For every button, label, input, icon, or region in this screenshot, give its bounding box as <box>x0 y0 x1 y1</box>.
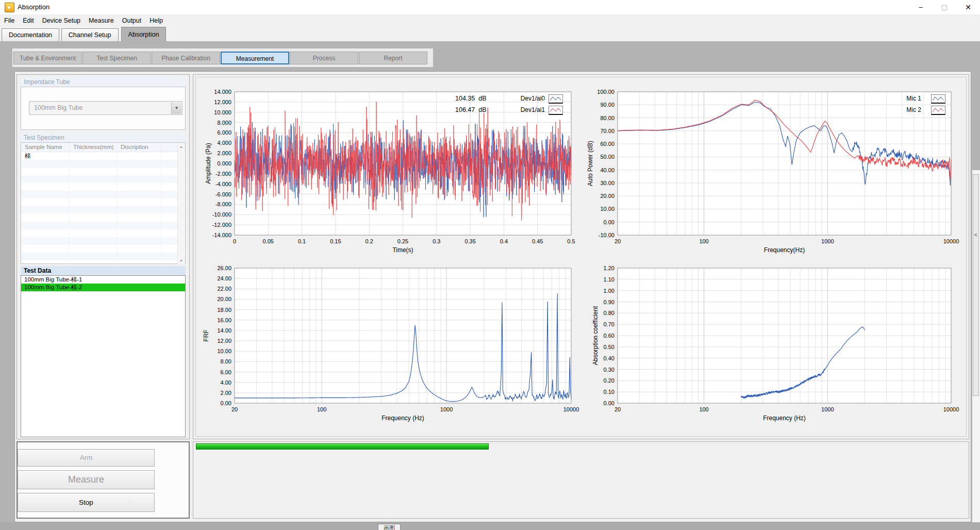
legend-plot-icon-mic2[interactable] <box>931 106 945 115</box>
column-header-sample-name: Sample Name <box>21 143 70 152</box>
svg-text:100.00: 100.00 <box>597 89 614 95</box>
table-row <box>21 229 185 237</box>
svg-text:0.35: 0.35 <box>464 238 475 244</box>
subtab-report[interactable]: Report <box>359 52 427 64</box>
svg-text:0.2: 0.2 <box>366 238 373 244</box>
table-row <box>21 222 185 229</box>
test-data-group-title: Test Data <box>21 266 186 275</box>
table-cell <box>117 183 161 191</box>
table-cell <box>70 229 117 237</box>
svg-text:0.15: 0.15 <box>330 238 341 244</box>
svg-text:0.20: 0.20 <box>604 377 614 384</box>
svg-text:1000: 1000 <box>821 238 834 244</box>
collapse-left-icon[interactable]: < <box>973 231 979 239</box>
table-cell <box>70 152 117 160</box>
maximize-button[interactable]: ▢ <box>933 0 956 14</box>
table-cell <box>117 160 161 168</box>
scroll-down-icon[interactable]: ▾ <box>178 258 184 263</box>
table-row <box>21 237 185 245</box>
svg-text:18.00: 18.00 <box>217 307 231 313</box>
table-cell <box>70 198 117 206</box>
svg-text:20: 20 <box>614 238 621 244</box>
svg-text:14.00: 14.00 <box>217 327 231 334</box>
minimize-button[interactable]: – <box>909 0 933 14</box>
arm-button[interactable]: Arm <box>18 449 155 467</box>
tab-documentation[interactable]: Documentation <box>2 28 59 41</box>
svg-text:FRF: FRF <box>203 329 210 341</box>
progress-bar <box>196 443 489 450</box>
specimen-table-scrollbar[interactable]: ▴ ▾ <box>177 143 185 264</box>
svg-text:1.10: 1.10 <box>604 276 614 283</box>
svg-text:1000: 1000 <box>440 406 453 412</box>
svg-text:0.90: 0.90 <box>604 299 614 305</box>
svg-text:0.000: 0.000 <box>217 160 231 167</box>
subtab-measurement[interactable]: Measurement <box>221 52 289 64</box>
menu-item-output[interactable]: Output <box>118 15 146 26</box>
close-button[interactable]: ✕ <box>956 0 980 14</box>
table-cell <box>117 214 161 222</box>
time-waveform-chart: 14.00012.00010.0008.0006.0004.0002.0000.… <box>196 77 580 260</box>
scrollbar-thumb[interactable] <box>973 174 979 396</box>
svg-text:24.00: 24.00 <box>217 275 231 281</box>
svg-text:0: 0 <box>233 238 236 244</box>
clipped-bottom-tab[interactable]: 画图 <box>378 524 402 530</box>
table-cell <box>21 245 70 253</box>
legend-label-dev1-ai1[interactable]: Dev1/ai1 <box>513 106 545 113</box>
svg-text:0.25: 0.25 <box>397 238 408 244</box>
table-cell <box>117 222 161 229</box>
svg-text:Frequency(Hz): Frequency(Hz) <box>764 246 805 254</box>
legend-plot-icon-dev1-ai1[interactable] <box>549 106 563 115</box>
menu-item-edit[interactable]: Edit <box>19 15 38 26</box>
test-data-item-2[interactable]: 100mm Big Tube-棉-2 <box>21 284 185 291</box>
legend-label-mic1[interactable]: Mic 1 <box>895 95 921 102</box>
menu-item-measure[interactable]: Measure <box>85 15 118 26</box>
specimen-table-header: Sample NameThickness(mm)Discription <box>21 143 185 152</box>
table-cell <box>70 191 117 198</box>
stop-button[interactable]: Stop <box>18 493 155 512</box>
svg-text:-8.000: -8.000 <box>215 201 231 207</box>
table-cell <box>117 206 161 214</box>
test-data-item-1[interactable]: 100mm Big Tube-棉-1 <box>21 276 185 284</box>
chevron-down-icon[interactable]: ▼ <box>171 102 181 114</box>
menu-item-device-setup[interactable]: Device Setup <box>38 15 85 26</box>
subtab-tube-environment[interactable]: Tube & Environment <box>13 52 82 64</box>
svg-text:8.00: 8.00 <box>221 358 231 365</box>
svg-text:-4.000: -4.000 <box>215 181 231 187</box>
svg-text:1.00: 1.00 <box>604 288 614 294</box>
legend-label-dev1-ai0[interactable]: Dev1/ai0 <box>513 95 545 102</box>
table-row[interactable]: 棉 <box>21 152 185 160</box>
table-cell <box>117 237 161 245</box>
table-row <box>21 160 185 168</box>
table-cell <box>117 175 161 183</box>
table-cell <box>117 245 161 253</box>
svg-text:20.00: 20.00 <box>600 193 614 199</box>
menu-item-file[interactable]: File <box>0 15 19 26</box>
subtab-process[interactable]: Process <box>290 52 358 64</box>
svg-text:4.000: 4.000 <box>217 140 231 146</box>
table-cell <box>21 237 70 245</box>
legend-plot-icon-mic1[interactable] <box>931 94 945 104</box>
svg-text:-14.000: -14.000 <box>212 232 231 238</box>
table-cell <box>21 160 70 168</box>
svg-text:90.00: 90.00 <box>600 102 614 108</box>
legend-label-mic2[interactable]: Mic 2 <box>895 106 921 113</box>
svg-text:-10.000: -10.000 <box>212 211 231 218</box>
svg-text:8.000: 8.000 <box>217 120 231 126</box>
tab-absorption[interactable]: Absorption <box>121 27 167 42</box>
window-titlebar: ▶ Absorption – ▢ ✕ <box>0 0 980 14</box>
subtab-phase-calibration[interactable]: Phase Calibration <box>152 52 220 64</box>
table-row <box>21 168 185 175</box>
measure-button[interactable]: Measure <box>18 470 155 489</box>
scroll-up-icon[interactable]: ▴ <box>178 144 184 149</box>
svg-text:0.45: 0.45 <box>532 238 543 244</box>
legend-plot-icon-dev1-ai0[interactable] <box>549 94 563 104</box>
svg-text:0.4: 0.4 <box>500 238 508 244</box>
menu-item-help[interactable]: Help <box>145 15 167 26</box>
table-cell <box>70 222 117 229</box>
tube-select-dropdown[interactable]: 100mm Big Tube ▼ <box>29 101 182 115</box>
table-cell <box>21 253 70 260</box>
subtab-test-specimen[interactable]: Test Specimen <box>82 52 151 64</box>
table-cell <box>70 206 117 214</box>
column-header-thickness-mm: Thickness(mm) <box>70 143 117 152</box>
tab-channel-setup[interactable]: Channel Setup <box>61 28 119 41</box>
